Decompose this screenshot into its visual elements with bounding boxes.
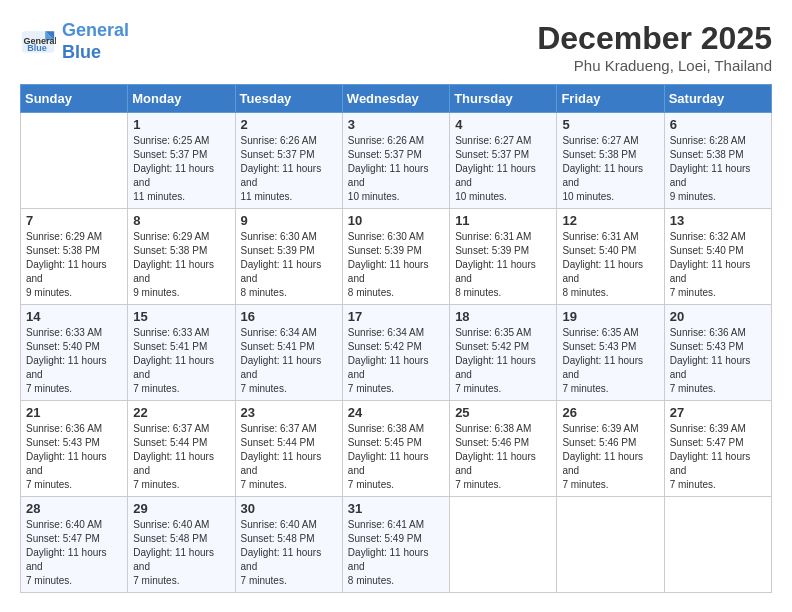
calendar-cell: 1 Sunrise: 6:25 AMSunset: 5:37 PMDayligh… [128,113,235,209]
day-number: 29 [133,501,229,516]
day-number: 20 [670,309,766,324]
logo-icon: General Blue [20,24,56,60]
cell-info: Sunrise: 6:32 AMSunset: 5:40 PMDaylight:… [670,230,766,300]
calendar-cell: 30 Sunrise: 6:40 AMSunset: 5:48 PMDaylig… [235,497,342,593]
day-number: 23 [241,405,337,420]
calendar-cell: 3 Sunrise: 6:26 AMSunset: 5:37 PMDayligh… [342,113,449,209]
calendar-cell: 6 Sunrise: 6:28 AMSunset: 5:38 PMDayligh… [664,113,771,209]
month-title: December 2025 [537,20,772,57]
day-number: 24 [348,405,444,420]
weekday-header-wednesday: Wednesday [342,85,449,113]
calendar-cell: 19 Sunrise: 6:35 AMSunset: 5:43 PMDaylig… [557,305,664,401]
cell-info: Sunrise: 6:34 AMSunset: 5:41 PMDaylight:… [241,326,337,396]
calendar-cell: 28 Sunrise: 6:40 AMSunset: 5:47 PMDaylig… [21,497,128,593]
day-number: 27 [670,405,766,420]
calendar-cell: 8 Sunrise: 6:29 AMSunset: 5:38 PMDayligh… [128,209,235,305]
cell-info: Sunrise: 6:26 AMSunset: 5:37 PMDaylight:… [348,134,444,204]
cell-info: Sunrise: 6:40 AMSunset: 5:48 PMDaylight:… [133,518,229,588]
calendar-cell [450,497,557,593]
calendar-cell: 18 Sunrise: 6:35 AMSunset: 5:42 PMDaylig… [450,305,557,401]
cell-info: Sunrise: 6:34 AMSunset: 5:42 PMDaylight:… [348,326,444,396]
day-number: 5 [562,117,658,132]
day-number: 16 [241,309,337,324]
day-number: 13 [670,213,766,228]
cell-info: Sunrise: 6:31 AMSunset: 5:39 PMDaylight:… [455,230,551,300]
cell-info: Sunrise: 6:31 AMSunset: 5:40 PMDaylight:… [562,230,658,300]
weekday-header-tuesday: Tuesday [235,85,342,113]
page-header: General Blue GeneralBlue December 2025 P… [20,20,772,74]
day-number: 14 [26,309,122,324]
cell-info: Sunrise: 6:33 AMSunset: 5:40 PMDaylight:… [26,326,122,396]
day-number: 10 [348,213,444,228]
weekday-header-row: SundayMondayTuesdayWednesdayThursdayFrid… [21,85,772,113]
cell-info: Sunrise: 6:30 AMSunset: 5:39 PMDaylight:… [241,230,337,300]
calendar-cell: 4 Sunrise: 6:27 AMSunset: 5:37 PMDayligh… [450,113,557,209]
cell-info: Sunrise: 6:38 AMSunset: 5:45 PMDaylight:… [348,422,444,492]
cell-info: Sunrise: 6:40 AMSunset: 5:47 PMDaylight:… [26,518,122,588]
day-number: 18 [455,309,551,324]
weekday-header-thursday: Thursday [450,85,557,113]
calendar-week-row: 1 Sunrise: 6:25 AMSunset: 5:37 PMDayligh… [21,113,772,209]
svg-text:Blue: Blue [27,43,47,53]
cell-info: Sunrise: 6:28 AMSunset: 5:38 PMDaylight:… [670,134,766,204]
cell-info: Sunrise: 6:27 AMSunset: 5:38 PMDaylight:… [562,134,658,204]
cell-info: Sunrise: 6:36 AMSunset: 5:43 PMDaylight:… [26,422,122,492]
cell-info: Sunrise: 6:25 AMSunset: 5:37 PMDaylight:… [133,134,229,204]
calendar-cell: 10 Sunrise: 6:30 AMSunset: 5:39 PMDaylig… [342,209,449,305]
day-number: 6 [670,117,766,132]
day-number: 9 [241,213,337,228]
cell-info: Sunrise: 6:36 AMSunset: 5:43 PMDaylight:… [670,326,766,396]
day-number: 25 [455,405,551,420]
day-number: 7 [26,213,122,228]
cell-info: Sunrise: 6:35 AMSunset: 5:43 PMDaylight:… [562,326,658,396]
calendar-cell: 11 Sunrise: 6:31 AMSunset: 5:39 PMDaylig… [450,209,557,305]
calendar-week-row: 14 Sunrise: 6:33 AMSunset: 5:40 PMDaylig… [21,305,772,401]
calendar-cell: 14 Sunrise: 6:33 AMSunset: 5:40 PMDaylig… [21,305,128,401]
weekday-header-saturday: Saturday [664,85,771,113]
weekday-header-monday: Monday [128,85,235,113]
calendar-cell: 9 Sunrise: 6:30 AMSunset: 5:39 PMDayligh… [235,209,342,305]
cell-info: Sunrise: 6:33 AMSunset: 5:41 PMDaylight:… [133,326,229,396]
calendar-week-row: 28 Sunrise: 6:40 AMSunset: 5:47 PMDaylig… [21,497,772,593]
cell-info: Sunrise: 6:29 AMSunset: 5:38 PMDaylight:… [26,230,122,300]
cell-info: Sunrise: 6:41 AMSunset: 5:49 PMDaylight:… [348,518,444,588]
day-number: 26 [562,405,658,420]
calendar-cell: 23 Sunrise: 6:37 AMSunset: 5:44 PMDaylig… [235,401,342,497]
day-number: 22 [133,405,229,420]
calendar-cell: 22 Sunrise: 6:37 AMSunset: 5:44 PMDaylig… [128,401,235,497]
logo: General Blue GeneralBlue [20,20,129,63]
cell-info: Sunrise: 6:26 AMSunset: 5:37 PMDaylight:… [241,134,337,204]
day-number: 12 [562,213,658,228]
calendar-week-row: 21 Sunrise: 6:36 AMSunset: 5:43 PMDaylig… [21,401,772,497]
calendar-cell: 16 Sunrise: 6:34 AMSunset: 5:41 PMDaylig… [235,305,342,401]
calendar-cell: 5 Sunrise: 6:27 AMSunset: 5:38 PMDayligh… [557,113,664,209]
calendar-cell: 25 Sunrise: 6:38 AMSunset: 5:46 PMDaylig… [450,401,557,497]
calendar-cell: 31 Sunrise: 6:41 AMSunset: 5:49 PMDaylig… [342,497,449,593]
calendar-cell: 15 Sunrise: 6:33 AMSunset: 5:41 PMDaylig… [128,305,235,401]
location-title: Phu Kradueng, Loei, Thailand [537,57,772,74]
day-number: 4 [455,117,551,132]
calendar-cell [557,497,664,593]
calendar-cell: 29 Sunrise: 6:40 AMSunset: 5:48 PMDaylig… [128,497,235,593]
day-number: 15 [133,309,229,324]
day-number: 21 [26,405,122,420]
cell-info: Sunrise: 6:29 AMSunset: 5:38 PMDaylight:… [133,230,229,300]
day-number: 17 [348,309,444,324]
day-number: 19 [562,309,658,324]
cell-info: Sunrise: 6:37 AMSunset: 5:44 PMDaylight:… [241,422,337,492]
calendar-cell: 17 Sunrise: 6:34 AMSunset: 5:42 PMDaylig… [342,305,449,401]
day-number: 3 [348,117,444,132]
calendar-cell: 24 Sunrise: 6:38 AMSunset: 5:45 PMDaylig… [342,401,449,497]
calendar-cell: 13 Sunrise: 6:32 AMSunset: 5:40 PMDaylig… [664,209,771,305]
cell-info: Sunrise: 6:35 AMSunset: 5:42 PMDaylight:… [455,326,551,396]
calendar-week-row: 7 Sunrise: 6:29 AMSunset: 5:38 PMDayligh… [21,209,772,305]
day-number: 31 [348,501,444,516]
weekday-header-sunday: Sunday [21,85,128,113]
calendar-table: SundayMondayTuesdayWednesdayThursdayFrid… [20,84,772,593]
cell-info: Sunrise: 6:37 AMSunset: 5:44 PMDaylight:… [133,422,229,492]
cell-info: Sunrise: 6:40 AMSunset: 5:48 PMDaylight:… [241,518,337,588]
day-number: 30 [241,501,337,516]
calendar-cell [21,113,128,209]
cell-info: Sunrise: 6:30 AMSunset: 5:39 PMDaylight:… [348,230,444,300]
day-number: 1 [133,117,229,132]
